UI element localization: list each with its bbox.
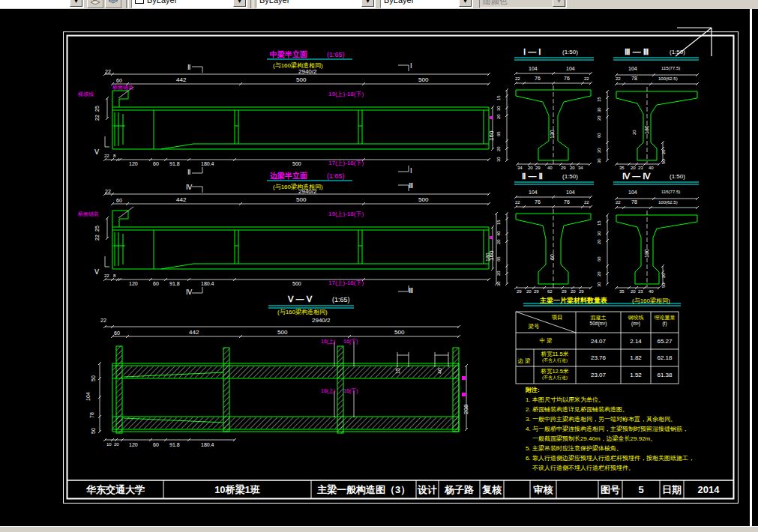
toolbar-separator: [126, 0, 129, 8]
make-layer-current-icon: [89, 0, 101, 5]
titleblock-team: 10桥梁1班: [163, 482, 311, 498]
note-line: 6. 靠人行道侧边梁应预埋人行道栏杆预埋件，按相关图纸施工，: [526, 453, 724, 463]
table-cell: 65.27: [651, 338, 679, 345]
note-line: 1. 本图尺寸均以厘米为单位。: [526, 395, 724, 405]
titleblock-proof-label: 复核: [480, 482, 504, 498]
table-cell: 1.52: [621, 372, 651, 378]
layer-previous-button[interactable]: [105, 0, 121, 8]
table-cell: 1.82: [621, 354, 651, 361]
table-col-strand: 钢绞线(m³): [621, 315, 651, 327]
titleblock-drawing-title: 主梁一般构造图（3）: [311, 482, 416, 498]
table-row: 中 梁: [516, 338, 576, 345]
titleblock-sheet-no: 5: [622, 482, 660, 498]
color-dropdown[interactable]: ByLayer▾: [131, 0, 247, 8]
note-line: 2. 桥面铺装构造详见桥面铺装构造图。: [526, 405, 724, 414]
table-col-concrete: 混凝土50#(m³): [576, 315, 621, 327]
titleblock-date-label: 日期: [660, 482, 684, 498]
col-unit: 50#(m³): [576, 321, 621, 326]
toolbar-separator: [250, 0, 253, 8]
rebar-marks: [462, 116, 493, 396]
table-cell: 24.07: [576, 338, 621, 345]
titleblock-review-label: 审核: [530, 482, 556, 498]
row-label: 桥宽12.5米: [541, 368, 568, 375]
table-header-beam: 梁号: [519, 324, 549, 330]
table-header-item: 项目: [541, 315, 573, 321]
status-bar: [0, 526, 758, 532]
lineweight-value: ByLayer: [384, 0, 414, 4]
layer-dropdown[interactable]: ▾: [0, 0, 84, 8]
plot-style-value: 随颜色: [483, 0, 508, 5]
table-row: 桥宽11.5米(不含人行道): [534, 351, 576, 363]
chevron-down-icon: ▾: [553, 0, 565, 7]
table-cell: 23.07: [576, 372, 621, 378]
window-edge: [750, 9, 752, 526]
object-properties-toolbar: ▾ ByLayer▾ ByLayer▾ ByLayer▾ 随颜色▾: [0, 0, 758, 9]
titleblock-designer: 杨子路: [439, 482, 480, 498]
table-cell: 61.38: [651, 372, 679, 378]
col-label: 混凝土: [591, 315, 607, 320]
title-underlines: [267, 58, 699, 308]
centerlines: [553, 85, 647, 288]
table-cell: 23.76: [576, 354, 621, 361]
table-cell: 62.18: [651, 354, 679, 361]
row-note: (不含人行道): [534, 358, 576, 363]
note-line: 4. 与一般桥中梁连接构造相同，主梁预制时预留湿接缝钢筋，: [526, 424, 724, 434]
titleblock-sheet-label: 图号: [598, 482, 622, 498]
col-label: 钢绞线: [628, 315, 644, 320]
row-label: 桥宽11.5米: [541, 351, 569, 357]
color-swatch-icon: [135, 0, 144, 4]
col-unit: (t): [651, 321, 679, 326]
linetype-value: ByLayer: [259, 0, 289, 4]
chevron-down-icon[interactable]: ▾: [459, 0, 472, 7]
chevron-down-icon[interactable]: ▾: [361, 0, 374, 7]
color-value: ByLayer: [147, 0, 177, 4]
linetype-dropdown[interactable]: ByLayer▾: [256, 0, 376, 8]
make-object-layer-current-button[interactable]: [87, 0, 103, 8]
titleblock-date: 2014: [684, 482, 733, 498]
note-line: 一般截面梁预制长29.40m，边梁全长29.92m。: [526, 434, 724, 444]
table-cell: 2.14: [621, 338, 651, 345]
table-row: 桥宽12.5米(不含人行道): [534, 369, 576, 381]
row-note: (不含人行道): [534, 375, 576, 381]
lineweight-dropdown[interactable]: ByLayer▾: [380, 0, 473, 8]
titleblock-org: 华东交通大学: [67, 482, 163, 498]
autocad-window: ▾ ByLayer▾ ByLayer▾ ByLayer▾ 随颜色▾: [0, 0, 758, 532]
layers-icon: [107, 0, 119, 5]
col-label: 理论重量: [655, 315, 676, 320]
notes-heading: 附注:: [526, 385, 724, 395]
chevron-down-icon[interactable]: ▾: [233, 0, 246, 7]
notes-block: 附注: 1. 本图尺寸均以厘米为单位。 2. 桥面铺装构造详见桥面铺装构造图。 …: [526, 385, 724, 473]
plot-style-dropdown: 随颜色▾: [479, 0, 567, 8]
table-col-weight: 理论重量(t): [651, 315, 679, 327]
col-unit: (m³): [621, 321, 651, 326]
note-line: 3. 一般中跨主梁构造相同，另一端对称布置，其余相同。: [526, 414, 724, 424]
girder-outlines: [112, 90, 697, 433]
chevron-down-icon[interactable]: ▾: [70, 0, 82, 7]
titleblock-design-label: 设计: [416, 482, 439, 498]
note-line: 5. 主梁吊装时应注意保护梁体棱角。: [526, 444, 724, 453]
note-line: 不设人行道侧不埋人行道栏杆预埋件。: [526, 463, 724, 473]
table-row-group: 边 梁: [515, 358, 533, 365]
